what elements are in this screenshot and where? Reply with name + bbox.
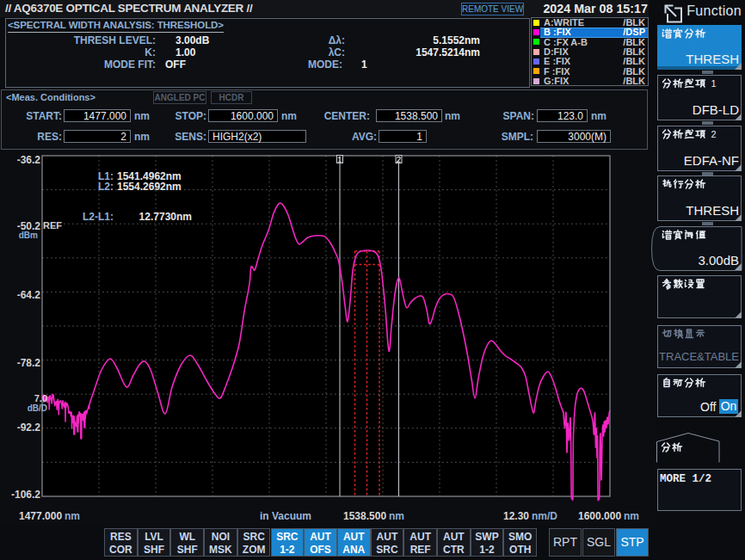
svg-text:1: 1: [711, 78, 716, 89]
svg-text:2: 2: [711, 129, 716, 139]
